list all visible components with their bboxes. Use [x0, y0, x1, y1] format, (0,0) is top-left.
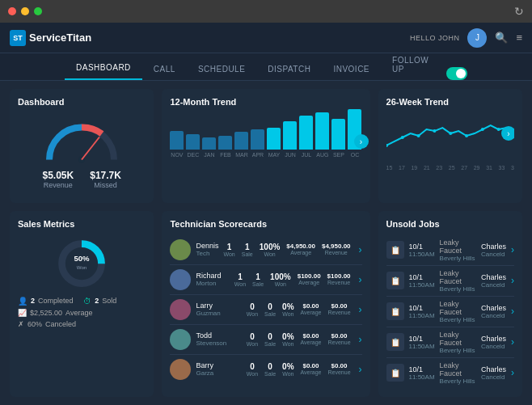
job-desc-1: Leaky Faucet: [440, 269, 476, 285]
tech-avg-4: $0.00Average: [301, 362, 322, 377]
nav-right: HELLO JOHN J 🔍 ≡: [410, 28, 522, 48]
tech-row-arrow-0[interactable]: ›: [359, 244, 362, 255]
tech-pct-0: 100%Won: [260, 243, 281, 257]
tech-row-1[interactable]: Richard Morton 1Won 1Sale 100%Won $100.0…: [170, 265, 361, 295]
job-row-arrow-3[interactable]: ›: [511, 336, 514, 348]
trend12-card: 12-Month Trend NOVDECJANFEBMARAPRMAYJUNJ…: [162, 89, 369, 203]
tech-stats-0: 1Won 1Sale 100%Won $4,950.00Average $4,9…: [223, 243, 350, 257]
tab-schedule[interactable]: SCHEDULE: [187, 58, 256, 80]
tech-row-arrow-1[interactable]: ›: [359, 274, 362, 285]
bar-label-apr: APR: [252, 152, 264, 158]
trend12-chart-container: NOVDECJANFEBMARAPRMAYJUNJULAUGSEPOC ›: [170, 113, 361, 170]
revenue-label: Revenue: [43, 181, 74, 189]
job-date-info-3: 10/1 11:50AM: [409, 335, 435, 350]
tab-call[interactable]: CALL: [142, 58, 187, 80]
tech-stats-1: 1Won 1Sale 100%Won $100.00Average $100.0…: [234, 272, 351, 287]
completed-stat: 👤 2 Completed: [18, 297, 80, 306]
tech-sale-1: 1Sale: [252, 272, 264, 287]
job-row-0[interactable]: 📋 10/1 11:50AM Leaky Faucet Beverly Hill…: [386, 235, 514, 266]
bar-item-mar: MAR: [234, 132, 248, 158]
job-row-2[interactable]: 📋 10/1 11:50AM Leaky Faucet Beverly Hill…: [386, 297, 514, 327]
tech-avatar-3: [170, 329, 191, 350]
job-status-0: Canceld: [481, 251, 506, 258]
tech-avg-0: $4,950.00Average: [286, 243, 315, 257]
close-dot[interactable]: [8, 7, 16, 15]
tech-avg-2: $0.00Average: [301, 302, 322, 317]
tech-row-arrow-2[interactable]: ›: [359, 304, 362, 315]
tech-pct-4: 0%Won: [282, 362, 293, 377]
bar-label-mar: MAR: [235, 152, 248, 158]
sold-label: Sold: [102, 297, 116, 305]
clock-icon: ⏱: [83, 297, 91, 306]
app-container: ST ServiceTitan HELLO JOHN J 🔍 ≡ DASHBOA…: [0, 23, 532, 405]
canceled-label: Canceled: [45, 320, 76, 328]
bar-item-dec: DEC: [186, 134, 200, 158]
job-icon-0: 📋: [386, 241, 404, 259]
tech-rev-0: $4,950.00Revenue: [322, 243, 351, 257]
chart-next-arrow[interactable]: ›: [354, 134, 369, 149]
job-row-1[interactable]: 📋 10/1 11:50AM Leaky Faucet Beverly Hill…: [386, 266, 514, 297]
job-name-info-3: Charles Canceld: [481, 335, 506, 350]
job-location-0: Beverly Hills: [440, 255, 476, 262]
job-date-info-0: 10/1 11:50AM: [409, 243, 435, 258]
job-name-info-0: Charles Canceld: [481, 243, 506, 258]
job-row-arrow-2[interactable]: ›: [511, 306, 514, 317]
tech-sale-2: 0Sale: [264, 302, 276, 317]
job-row-arrow-4[interactable]: ›: [511, 367, 514, 378]
tech-row-2[interactable]: Larry Guzman 0Won 0Sale 0%Won $0.00Avera…: [170, 295, 361, 325]
job-row-4[interactable]: 📋 10/1 11:50AM Leaky Faucet Beverly Hill…: [386, 358, 514, 388]
avatar[interactable]: J: [467, 28, 487, 48]
job-name-4: Charles: [481, 365, 506, 373]
menu-icon[interactable]: ≡: [516, 32, 522, 44]
job-row-arrow-0[interactable]: ›: [511, 244, 514, 255]
job-name-info-1: Charles Canceld: [481, 273, 506, 289]
tech-scorecards-title: Technician Scorecards: [170, 219, 361, 229]
dashboard-card: Dashboard $5.05K Reve: [10, 89, 154, 203]
tech-sale-3: 0Sale: [264, 332, 276, 347]
tab-invoice[interactable]: INVOICE: [322, 58, 381, 80]
trend26-labels: 151719212325272931333: [386, 165, 514, 170]
tech-name-4: Barry: [196, 361, 213, 369]
svg-point-5: [433, 129, 436, 133]
tab-follow-up[interactable]: FOLLOW UP: [381, 49, 445, 80]
unsold-jobs-card: Unsold Jobs 📋 10/1 11:50AM Leaky Faucet …: [378, 211, 522, 398]
tech-name-3: Todd: [196, 331, 226, 340]
tech-row-4[interactable]: Barry Garza 0Won 0Sale 0%Won $0.00Averag…: [170, 355, 361, 384]
completed-value: 2: [31, 297, 35, 305]
trend26-next-arrow[interactable]: ›: [501, 126, 514, 141]
tab-dispatch[interactable]: DISPATCH: [256, 58, 322, 80]
tech-won-0: 1Won: [223, 243, 234, 257]
logo-icon: ST: [10, 30, 26, 46]
tab-dashboard[interactable]: DASHBOARD: [65, 57, 142, 80]
job-row-arrow-1[interactable]: ›: [511, 275, 514, 286]
svg-point-8: [480, 128, 483, 131]
svg-point-9: [496, 128, 500, 131]
job-date-0: 10/1: [409, 243, 435, 251]
tech-rev-4: $0.00Revenue: [328, 362, 351, 377]
tech-row-arrow-4[interactable]: ›: [359, 364, 362, 375]
trend26-card: 26-Week Trend: [378, 89, 522, 203]
sold-value: 2: [95, 297, 99, 305]
line-chart: 151719212325272931333 ›: [386, 113, 514, 170]
job-desc-info-0: Leaky Faucet Beverly Hills: [440, 238, 476, 262]
job-desc-2: Leaky Faucet: [440, 300, 476, 316]
maximize-dot[interactable]: [34, 7, 42, 15]
sales-metrics-title: Sales Metrics: [18, 219, 146, 229]
dashboard-title: Dashboard: [18, 97, 146, 107]
svg-point-6: [449, 132, 452, 135]
job-date-4: 10/1: [409, 365, 435, 373]
sold-stat: ⏱ 2 Sold: [83, 297, 146, 306]
svg-text:Won: Won: [77, 264, 87, 270]
search-icon[interactable]: 🔍: [495, 32, 508, 44]
job-row-3[interactable]: 📋 10/1 11:50AM Leaky Faucet Beverly Hill…: [386, 327, 514, 358]
canceled-value: 60%: [27, 320, 42, 328]
job-desc-info-3: Leaky Faucet Beverly Hills: [440, 331, 476, 354]
refresh-icon[interactable]: ↻: [514, 5, 524, 18]
tech-row-0[interactable]: Dennis Tech 1Won 1Sale 100%Won $4,950.00…: [170, 235, 361, 265]
bar-item-jan: JAN: [202, 137, 216, 158]
toggle-button[interactable]: [446, 67, 467, 80]
minimize-dot[interactable]: [21, 7, 29, 15]
tech-role-0: Tech: [196, 250, 218, 257]
tech-row-3[interactable]: Todd Stevenson 0Won 0Sale 0%Won $0.00Ave…: [170, 325, 361, 355]
tech-row-arrow-3[interactable]: ›: [359, 334, 362, 345]
